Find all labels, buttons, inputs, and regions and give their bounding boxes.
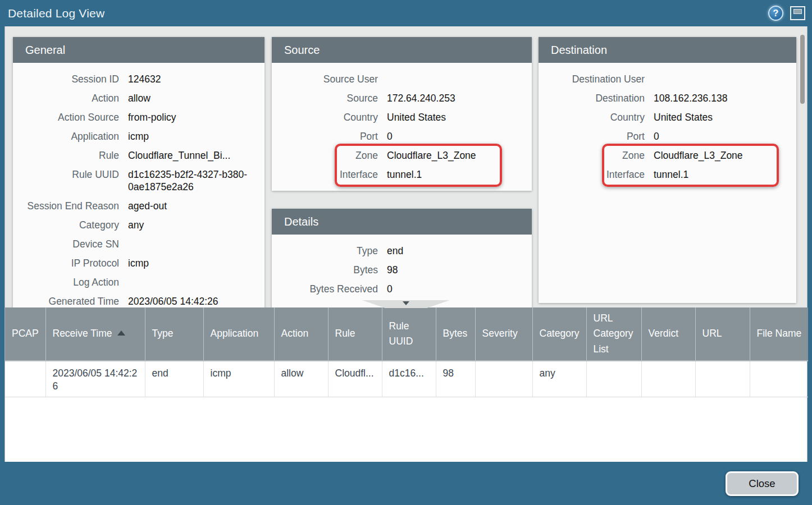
field-generated-time: Generated Time 2023/06/05 14:42:26 (13, 292, 264, 307)
source-panel: Source Source User Source 172.64.240.253… (272, 37, 532, 191)
field-rule-uuid: Rule UUID d1c16235-b2f2-4327-b380-0ae187… (13, 165, 264, 196)
general-panel-header: General (13, 37, 264, 63)
detailed-log-view-dialog: { "titlebar": { "title": "Detailed Log V… (0, 0, 812, 505)
window-icon-inner (793, 9, 802, 14)
field-bytes: Bytes 98 (272, 260, 532, 279)
cell-pcap (5, 361, 45, 397)
field-application: Application icmp (13, 127, 264, 146)
dialog-content: General Session ID 124632 Action allow A… (4, 26, 808, 462)
column-header-type[interactable]: Type (145, 307, 203, 361)
column-header-verdict[interactable]: Verdict (641, 307, 695, 361)
column-header-rule[interactable]: Rule (328, 307, 382, 361)
field-source: Source 172.64.240.253 (272, 89, 532, 108)
cell-url-category-list (586, 361, 641, 397)
cell-category: any (532, 361, 586, 397)
destination-panel-header: Destination (539, 37, 796, 63)
field-log-action: Log Action (13, 273, 264, 292)
cell-rule-uuid: d1c16... (382, 361, 436, 397)
field-session-id: Session ID 124632 (13, 70, 264, 89)
cell-type: end (145, 361, 203, 397)
column-header-url-category-list[interactable]: URL Category List (586, 307, 641, 361)
field-source-country: Country United States (272, 108, 532, 127)
field-destination: Destination 108.162.236.138 (539, 89, 796, 108)
field-device-sn: Device SN (13, 235, 264, 254)
details-panel-header: Details (272, 209, 532, 235)
column-header-file-name[interactable]: File Name (750, 307, 808, 361)
field-bytes-received: Bytes Received 0 (272, 279, 532, 299)
field-category: Category any (13, 215, 264, 235)
field-source-zone: Zone Cloudflare_L3_Zone (272, 146, 532, 165)
column-header-category[interactable]: Category (532, 307, 586, 361)
field-session-end-reason: Session End Reason aged-out (13, 196, 264, 215)
source-panel-body: Source User Source 172.64.240.253 Countr… (272, 63, 532, 191)
general-panel-body: Session ID 124632 Action allow Action So… (13, 63, 264, 307)
details-panel: Details Type end Bytes 98 Bytes Received… (272, 209, 532, 307)
cell-bytes: 98 (436, 361, 475, 397)
destination-panel: Destination Destination User Destination… (539, 37, 796, 303)
field-destination-user: Destination User (539, 70, 796, 89)
close-button[interactable]: Close (726, 471, 799, 496)
field-rule: Rule Cloudflare_Tunnel_Bi... (13, 146, 264, 165)
column-header-action[interactable]: Action (274, 307, 328, 361)
general-panel: General Session ID 124632 Action allow A… (13, 37, 264, 307)
column-header-pcap[interactable]: PCAP (5, 307, 45, 361)
column-header-receive-time[interactable]: Receive Time (45, 307, 145, 361)
dialog-footer: Close (0, 462, 812, 505)
cell-action: allow (274, 361, 328, 397)
field-destination-zone: Zone Cloudflare_L3_Zone (539, 146, 796, 165)
titlebar-icons (768, 6, 805, 21)
column-header-bytes[interactable]: Bytes (436, 307, 475, 361)
help-icon[interactable] (768, 6, 783, 21)
details-panel-body: Type end Bytes 98 Bytes Received 0 (272, 235, 532, 307)
log-table-area: PCAP Receive Time Type Application Actio… (5, 307, 807, 462)
field-destination-country: Country United States (539, 108, 796, 127)
column-header-severity[interactable]: Severity (475, 307, 532, 361)
cell-url (695, 361, 750, 397)
titlebar: Detailed Log View (0, 0, 812, 26)
cell-file-name (750, 361, 808, 397)
column-header-application[interactable]: Application (203, 307, 274, 361)
source-panel-header: Source (272, 37, 532, 63)
vertical-scrollbar-thumb[interactable] (800, 35, 805, 104)
table-row[interactable]: 2023/06/05 14:42:26 end icmp allow Cloud… (5, 361, 808, 397)
cell-application: icmp (203, 361, 274, 397)
table-header-row: PCAP Receive Time Type Application Actio… (5, 307, 808, 361)
window-icon[interactable] (790, 6, 805, 20)
log-table: PCAP Receive Time Type Application Actio… (5, 307, 808, 397)
column-header-url[interactable]: URL (695, 307, 750, 361)
field-source-interface: Interface tunnel.1 (272, 165, 532, 184)
field-action-source: Action Source from-policy (13, 108, 264, 127)
field-source-port: Port 0 (272, 127, 532, 146)
cell-rule: Cloudfl... (328, 361, 382, 397)
field-destination-port: Port 0 (539, 127, 796, 146)
field-action: Action allow (13, 89, 264, 108)
cell-verdict (641, 361, 695, 397)
destination-panel-body: Destination User Destination 108.162.236… (539, 63, 796, 303)
cell-receive-time: 2023/06/05 14:42:26 (45, 361, 145, 397)
dialog-title: Detailed Log View (8, 7, 104, 20)
field-source-user: Source User (272, 70, 532, 89)
field-destination-interface: Interface tunnel.1 (539, 165, 796, 184)
column-header-rule-uuid[interactable]: Rule UUID (382, 307, 436, 361)
field-ip-protocol: IP Protocol icmp (13, 254, 264, 273)
cell-severity (475, 361, 532, 397)
chevron-down-icon (403, 301, 409, 305)
detail-area: General Session ID 124632 Action allow A… (5, 26, 807, 307)
field-type: Type end (272, 241, 532, 260)
sort-ascending-icon (117, 330, 125, 336)
